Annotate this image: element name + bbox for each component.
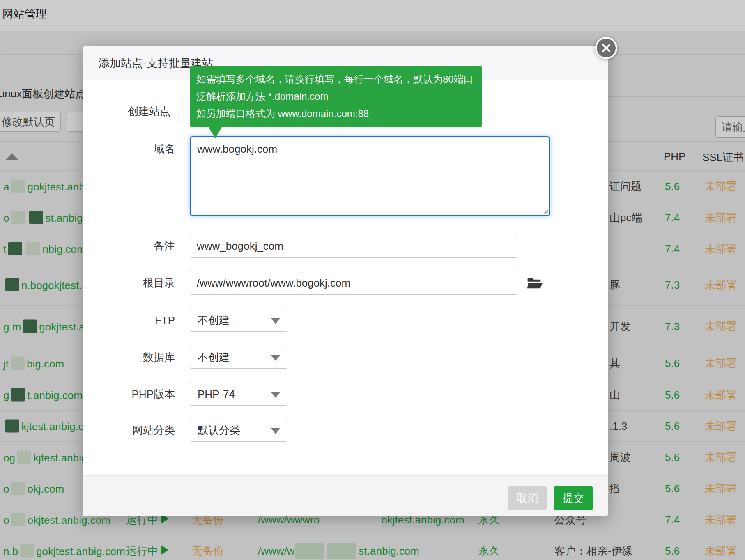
root-dir-input[interactable]: [190, 271, 517, 295]
site-category-select-value: 默认分类: [198, 424, 240, 436]
close-icon[interactable]: [595, 37, 617, 59]
tooltip-line: 泛解析添加方法 *.domain.com: [196, 88, 476, 105]
submit-button[interactable]: 提交: [554, 486, 593, 510]
domain-tooltip: 如需填写多个域名，请换行填写，每行一个域名，默认为80端口 泛解析添加方法 *.…: [190, 66, 482, 127]
domain-field-wrap: www.bogokj.com: [190, 136, 550, 216]
php-version-select[interactable]: PHP-74: [190, 383, 287, 406]
php-version-label: PHP版本: [83, 383, 175, 406]
screen: 网站管理 用Linux面板创建站点 修改默认页 默认 PHP SSL证书 ago…: [0, 0, 745, 560]
chevron-down-icon: [271, 428, 281, 434]
tooltip-line: 如需填写多个域名，请换行填写，每行一个域名，默认为80端口: [196, 71, 476, 88]
ftp-select[interactable]: 不创建: [190, 309, 287, 332]
tooltip-arrow: [209, 127, 222, 138]
database-select[interactable]: 不创建: [190, 346, 287, 369]
php-version-select-value: PHP-74: [198, 388, 235, 400]
domain-textarea[interactable]: www.bogokj.com: [190, 136, 550, 216]
cancel-button[interactable]: 取消: [508, 486, 547, 510]
tab-create-site[interactable]: 创建站点: [116, 98, 182, 124]
ftp-select-value: 不创建: [198, 314, 230, 326]
chevron-down-icon: [271, 392, 281, 398]
site-category-label: 网站分类: [83, 419, 175, 442]
add-site-modal: 添加站点-支持批量建站 创建站点 如需填写多个域名，请换行填写，每行一个域名，默…: [83, 46, 608, 516]
modal-footer: 取消 提交: [83, 475, 608, 516]
remark-input[interactable]: [190, 234, 517, 258]
site-category-select[interactable]: 默认分类: [190, 419, 287, 442]
tooltip-line: 如另加端口格式为 www.domain.com:88: [196, 105, 476, 122]
chevron-down-icon: [271, 355, 281, 361]
root-dir-label: 根目录: [83, 271, 175, 295]
remark-label: 备注: [83, 234, 175, 258]
database-label: 数据库: [83, 346, 175, 369]
domain-label: 域名: [83, 136, 175, 161]
database-select-value: 不创建: [198, 351, 230, 363]
chevron-down-icon: [271, 318, 281, 324]
folder-picker-icon[interactable]: [527, 276, 543, 291]
ftp-label: FTP: [83, 309, 175, 332]
resize-grip-icon[interactable]: [542, 208, 548, 214]
